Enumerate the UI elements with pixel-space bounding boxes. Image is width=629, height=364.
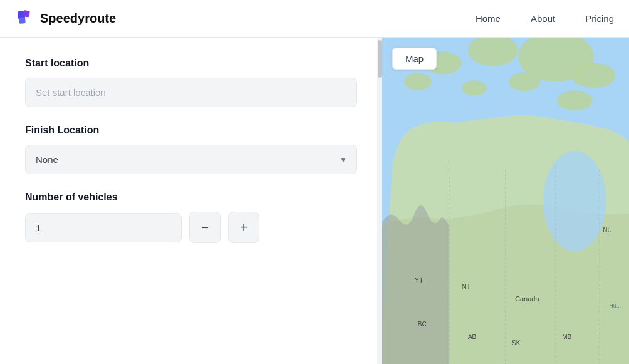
svg-rect-2 [19,17,26,24]
svg-point-11 [404,73,432,90]
svg-point-12 [543,150,606,251]
finish-location-section: Finish Location None Same as start ▼ [25,125,357,174]
increment-vehicles-button[interactable]: + [228,212,259,243]
vehicles-section: Number of vehicles − + [25,192,357,243]
header: Speedyroute Home About Pricing [0,0,629,38]
finish-location-wrapper: None Same as start ▼ [25,145,357,174]
vehicles-controls: − + [25,212,357,243]
svg-text:YT: YT [415,276,424,284]
start-location-input[interactable] [25,78,357,107]
finish-location-select[interactable]: None Same as start [25,145,357,174]
svg-text:Hu...: Hu... [609,303,621,309]
svg-text:SK: SK [512,340,521,346]
logo[interactable]: Speedyroute [15,9,116,29]
nav-home[interactable]: Home [476,13,501,24]
decrement-vehicles-button[interactable]: − [189,212,221,243]
svg-point-6 [571,63,615,88]
svg-text:NU: NU [603,227,611,234]
map-view-button[interactable]: Map [392,48,437,70]
svg-text:BC: BC [418,321,427,328]
start-location-section: Start location [25,58,357,125]
svg-point-10 [557,90,592,110]
logo-text: Speedyroute [40,11,116,26]
svg-text:NT: NT [462,283,471,290]
nav-about[interactable]: About [531,13,555,24]
svg-point-8 [509,72,540,91]
vehicles-input[interactable] [25,213,182,242]
left-panel: Start location Finish Location None Same… [0,38,382,364]
scrollbar[interactable] [377,38,382,364]
nav-pricing[interactable]: Pricing [585,13,614,24]
main-content: Start location Finish Location None Same… [0,38,629,364]
start-location-label: Start location [25,58,357,69]
finish-location-label: Finish Location [25,125,357,136]
svg-point-9 [462,80,487,95]
main-nav: Home About Pricing [476,13,614,24]
svg-text:MB: MB [562,333,571,340]
logo-icon [15,9,35,29]
vehicles-label: Number of vehicles [25,192,357,203]
svg-rect-1 [23,10,30,18]
svg-text:AB: AB [468,333,477,340]
map-panel: Map [382,38,629,364]
scrollbar-thumb [378,40,382,78]
map-background: YT NT Canada NU BC AB SK MB Hu... [382,38,629,364]
svg-text:Canada: Canada [515,295,539,303]
